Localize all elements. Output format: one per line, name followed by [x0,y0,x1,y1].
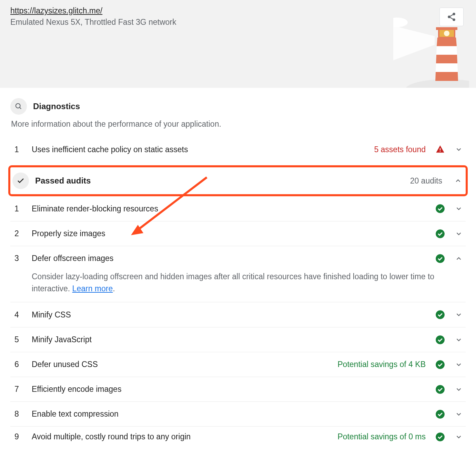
chevron-down-icon [453,309,464,320]
svg-point-30 [436,432,445,441]
audit-row[interactable]: 2 Properly size images [10,221,466,246]
svg-point-27 [436,360,445,369]
svg-point-18 [16,104,20,108]
chevron-up-icon [453,175,464,186]
svg-point-6 [393,18,408,27]
svg-rect-17 [436,27,457,30]
audit-number: 1 [12,204,26,213]
lighthouse-illustration [393,15,469,88]
audit-row[interactable]: 8 Enable text compression [10,401,466,426]
audit-number: 8 [12,409,26,419]
audit-row[interactable]: 5 Minify JavaScript [10,327,466,352]
diagnostics-description: More information about the performance o… [11,119,466,129]
audit-number: 2 [12,229,26,238]
audit-row[interactable]: 6 Defer unused CSS Potential savings of … [10,352,466,377]
check-icon [12,172,29,189]
audit-row[interactable]: 3 Defer offscreen images [10,246,466,271]
svg-marker-16 [436,63,458,72]
diagnostics-header: Diagnostics [10,98,466,115]
audit-title: Enable text compression [32,409,430,419]
audit-title: Eliminate render-blocking resources [32,204,430,213]
pass-icon [435,310,445,320]
audit-meta: Potential savings of 0 ms [337,432,426,441]
svg-rect-21 [440,151,440,151]
svg-marker-12 [437,38,457,46]
chevron-down-icon [453,409,464,420]
chevron-down-icon [453,144,464,155]
audit-row[interactable]: 4 Minify CSS [10,302,466,327]
passed-audits-header[interactable]: Passed audits 20 audits [12,167,464,194]
chevron-down-icon [453,384,464,395]
audit-number: 7 [12,385,26,394]
audit-row[interactable]: 7 Efficiently encode images [10,377,466,401]
pass-icon [435,229,445,239]
svg-marker-14 [435,72,458,81]
audit-title: Properly size images [32,229,430,238]
svg-point-10 [444,31,449,36]
chevron-down-icon [453,228,464,239]
audit-title: Minify CSS [32,310,430,320]
learn-more-link[interactable]: Learn more [72,284,113,293]
audit-number: 4 [12,310,26,320]
diagnostics-title: Diagnostics [33,102,80,111]
svg-point-24 [436,254,445,263]
svg-marker-13 [436,55,457,63]
chevron-down-icon [453,334,464,345]
pass-icon [435,360,445,369]
svg-point-22 [436,204,445,213]
svg-rect-20 [440,148,440,150]
audit-number: 5 [12,335,26,344]
audit-row[interactable]: 9 Avoid multiple, costly round trips to … [10,426,466,447]
audit-title: Efficiently encode images [32,385,430,394]
chevron-down-icon [453,359,464,370]
passed-audits-count: 20 audits [410,176,442,186]
audit-number: 6 [12,360,26,369]
pass-icon [435,204,445,213]
audit-title: Defer offscreen images [32,254,430,263]
chevron-up-icon [453,253,464,264]
audit-title: Avoid multiple, costly round trips to an… [32,432,332,441]
pass-icon [435,335,445,345]
report-body: Diagnostics More information about the p… [0,88,476,447]
svg-marker-15 [436,46,457,55]
search-icon [10,98,27,115]
audit-title: Defer unused CSS [32,360,332,369]
audit-meta: 5 assets found [374,145,426,154]
audit-title: Minify JavaScript [32,335,430,344]
pass-icon [435,385,445,394]
svg-line-19 [20,107,21,109]
audit-number: 9 [12,432,26,441]
pass-icon [435,254,445,263]
svg-point-23 [436,229,445,238]
audit-row[interactable]: 1 Uses inefficient cache policy on stati… [10,137,466,162]
svg-point-0 [453,13,455,15]
passed-audits-highlight: Passed audits 20 audits [8,165,468,196]
pass-icon [435,409,445,419]
svg-marker-5 [393,26,435,60]
chevron-down-icon [453,203,464,214]
audit-row[interactable]: 1 Eliminate render-blocking resources [10,196,466,221]
audit-number: 3 [12,254,26,263]
svg-point-26 [436,335,445,344]
audit-meta: Potential savings of 4 KB [337,360,426,369]
svg-point-29 [436,410,445,419]
audit-number: 1 [12,145,26,154]
report-header: https://lazysizes.glitch.me/ Emulated Ne… [0,0,476,88]
svg-point-28 [436,385,445,394]
report-url-link[interactable]: https://lazysizes.glitch.me/ [10,6,102,15]
warning-icon [435,145,445,154]
passed-audits-title: Passed audits [35,176,404,186]
chevron-down-icon [453,431,464,442]
pass-icon [435,432,445,442]
audit-title: Uses inefficient cache policy on static … [32,145,368,154]
svg-point-25 [436,310,445,319]
audit-description: Consider lazy-loading offscreen and hidd… [10,271,466,302]
